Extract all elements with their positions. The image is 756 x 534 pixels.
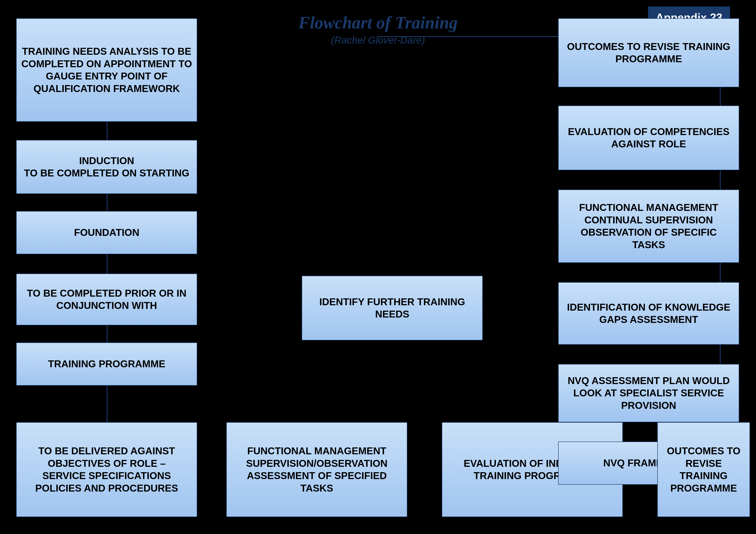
to-be-delivered-box: TO BE DELIVERED AGAINST OBJECTIVES OF RO…: [16, 422, 197, 517]
functional-mgmt-top-box: FUNCTIONAL MANAGEMENT CONTINUAL SUPERVIS…: [558, 190, 739, 263]
training-programme-box: TRAINING PROGRAMME: [16, 343, 197, 386]
outcomes-revise-bottom-label: OUTCOMES TO REVISE TRAINING PROGRAMME: [662, 445, 745, 495]
foundation-label: FOUNDATION: [74, 226, 139, 239]
identify-further-label: IDENTIFY FURTHER TRAINING NEEDS: [307, 296, 478, 320]
functional-mgmt-bottom-label: FUNCTIONAL MANAGEMENT SUPERVISION/OBSERV…: [231, 445, 403, 495]
induction-label: INDUCTION TO BE COMPLETED ON STARTING: [24, 155, 189, 179]
induction-box: INDUCTION TO BE COMPLETED ON STARTING: [16, 140, 197, 194]
identification-knowledge-box: IDENTIFICATION OF KNOWLEDGE GAPS ASSESSM…: [558, 282, 739, 345]
left-connect-line-1: [107, 122, 108, 140]
evaluation-competencies-box: EVALUATION OF COMPETENCIES AGAINST ROLE: [558, 106, 739, 170]
outcomes-revise-bottom-box: OUTCOMES TO REVISE TRAINING PROGRAMME: [657, 422, 750, 517]
left-connect-line-3: [107, 254, 108, 273]
outcomes-revise-top-label: OUTCOMES TO REVISE TRAINING PROGRAMME: [563, 40, 735, 65]
page-title: Flowchart of Training: [298, 13, 458, 33]
functional-mgmt-top-label: FUNCTIONAL MANAGEMENT CONTINUAL SUPERVIS…: [563, 201, 735, 251]
to-be-delivered-label: TO BE DELIVERED AGAINST OBJECTIVES OF RO…: [21, 445, 192, 495]
nvq-assessment-box: NVQ ASSESSMENT PLAN WOULD LOOK AT SPECIA…: [558, 364, 739, 422]
training-programme-label: TRAINING PROGRAMME: [48, 358, 165, 370]
functional-mgmt-bottom-box: FUNCTIONAL MANAGEMENT SUPERVISION/OBSERV…: [226, 422, 407, 517]
outcomes-revise-top-box: OUTCOMES TO REVISE TRAINING PROGRAMME: [558, 18, 739, 87]
to-be-completed-label: TO BE COMPLETED PRIOR OR IN CONJUNCTION …: [21, 287, 192, 312]
left-connect-line-2: [107, 194, 108, 211]
identify-further-box: IDENTIFY FURTHER TRAINING NEEDS: [302, 276, 483, 340]
training-needs-label: TRAINING NEEDS ANALYSIS TO BE COMPLETED …: [21, 45, 192, 95]
evaluation-competencies-label: EVALUATION OF COMPETENCIES AGAINST ROLE: [563, 126, 735, 150]
training-needs-box: TRAINING NEEDS ANALYSIS TO BE COMPLETED …: [16, 18, 197, 122]
page: Appendix 23 PAGE 8 Flowchart of Training…: [0, 0, 756, 534]
nvq-assessment-label: NVQ ASSESSMENT PLAN WOULD LOOK AT SPECIA…: [563, 375, 735, 412]
left-connect-line-4: [107, 325, 108, 343]
left-connect-line-5: [107, 386, 108, 422]
identification-knowledge-label: IDENTIFICATION OF KNOWLEDGE GAPS ASSESSM…: [563, 301, 735, 326]
foundation-box: FOUNDATION: [16, 211, 197, 254]
title-area: Flowchart of Training (Rachel Glover-Dar…: [298, 13, 458, 46]
to-be-completed-box: TO BE COMPLETED PRIOR OR IN CONJUNCTION …: [16, 273, 197, 325]
